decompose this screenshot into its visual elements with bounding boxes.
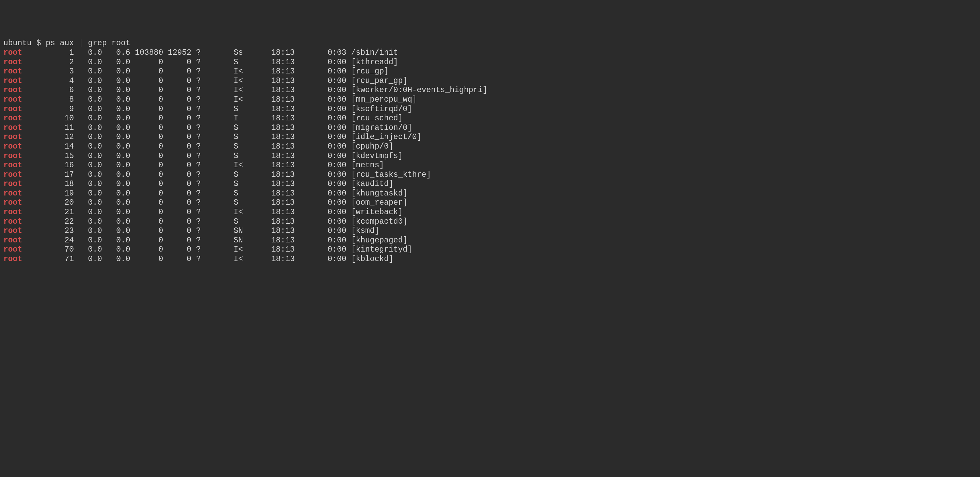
process-details: 16 0.0 0.0 0 0 ? I< 18:13 0:00 [netns] [22,161,384,170]
process-details: 22 0.0 0.0 0 0 ? S 18:13 0:00 [kcompactd… [22,217,407,226]
process-user: root [3,114,22,123]
prompt-line: ubuntu $ ps aux | grep root [3,39,977,48]
prompt-symbol: $ [37,39,41,48]
process-row: root 71 0.0 0.0 0 0 ? I< 18:13 0:00 [kbl… [3,255,977,264]
process-row: root 22 0.0 0.0 0 0 ? S 18:13 0:00 [kcom… [3,217,977,227]
process-user: root [3,227,22,235]
process-user: root [3,245,22,254]
process-row: root 1 0.0 0.6 103880 12952 ? Ss 18:13 0… [3,48,977,58]
process-row: root 14 0.0 0.0 0 0 ? S 18:13 0:00 [cpuh… [3,142,977,152]
process-details: 20 0.0 0.0 0 0 ? S 18:13 0:00 [oom_reape… [22,198,407,207]
process-list: root 1 0.0 0.6 103880 12952 ? Ss 18:13 0… [3,48,977,264]
process-user: root [3,76,22,86]
process-user: root [3,161,22,170]
process-details: 17 0.0 0.0 0 0 ? S 18:13 0:00 [rcu_tasks… [22,170,431,179]
process-details: 18 0.0 0.0 0 0 ? S 18:13 0:00 [kauditd] [22,179,393,189]
process-row: root 17 0.0 0.0 0 0 ? S 18:13 0:00 [rcu_… [3,170,977,180]
process-details: 9 0.0 0.0 0 0 ? S 18:13 0:00 [ksoftirqd/… [22,105,412,114]
process-details: 3 0.0 0.0 0 0 ? I< 18:13 0:00 [rcu_gp] [22,67,389,76]
process-row: root 15 0.0 0.0 0 0 ? S 18:13 0:00 [kdev… [3,152,977,161]
process-user: root [3,142,22,151]
process-row: root 4 0.0 0.0 0 0 ? I< 18:13 0:00 [rcu_… [3,76,977,86]
process-row: root 24 0.0 0.0 0 0 ? SN 18:13 0:00 [khu… [3,236,977,246]
process-details: 19 0.0 0.0 0 0 ? S 18:13 0:00 [khungtask… [22,189,407,198]
process-row: root 21 0.0 0.0 0 0 ? I< 18:13 0:00 [wri… [3,208,977,217]
process-details: 23 0.0 0.0 0 0 ? SN 18:13 0:00 [ksmd] [22,227,379,235]
process-user: root [3,255,22,263]
process-row: root 10 0.0 0.0 0 0 ? I 18:13 0:00 [rcu_… [3,114,977,124]
terminal-output[interactable]: ubuntu $ ps aux | grep rootroot 1 0.0 0.… [3,39,977,264]
process-row: root 2 0.0 0.0 0 0 ? S 18:13 0:00 [kthre… [3,58,977,67]
process-row: root 6 0.0 0.0 0 0 ? I< 18:13 0:00 [kwor… [3,86,977,95]
process-details: 4 0.0 0.0 0 0 ? I< 18:13 0:00 [rcu_par_g… [22,76,407,86]
process-details: 15 0.0 0.0 0 0 ? S 18:13 0:00 [kdevtmpfs… [22,152,402,160]
process-row: root 20 0.0 0.0 0 0 ? S 18:13 0:00 [oom_… [3,198,977,208]
process-details: 6 0.0 0.0 0 0 ? I< 18:13 0:00 [kworker/0… [22,86,487,95]
process-user: root [3,48,22,57]
process-user: root [3,189,22,198]
process-user: root [3,124,22,132]
process-user: root [3,86,22,95]
process-row: root 8 0.0 0.0 0 0 ? I< 18:13 0:00 [mm_p… [3,95,977,105]
process-row: root 70 0.0 0.0 0 0 ? I< 18:13 0:00 [kin… [3,245,977,255]
process-row: root 11 0.0 0.0 0 0 ? S 18:13 0:00 [migr… [3,124,977,133]
process-row: root 3 0.0 0.0 0 0 ? I< 18:13 0:00 [rcu_… [3,67,977,76]
process-details: 1 0.0 0.6 103880 12952 ? Ss 18:13 0:03 /… [22,48,398,57]
process-details: 24 0.0 0.0 0 0 ? SN 18:13 0:00 [khugepag… [22,236,407,245]
process-user: root [3,95,22,104]
process-row: root 23 0.0 0.0 0 0 ? SN 18:13 0:00 [ksm… [3,227,977,236]
process-row: root 18 0.0 0.0 0 0 ? S 18:13 0:00 [kaud… [3,179,977,189]
process-user: root [3,198,22,207]
command-text: ps aux | grep root [46,39,130,48]
process-user: root [3,236,22,245]
prompt-user: ubuntu [3,39,32,48]
process-details: 11 0.0 0.0 0 0 ? S 18:13 0:00 [migration… [22,124,412,132]
process-user: root [3,208,22,217]
process-details: 10 0.0 0.0 0 0 ? I 18:13 0:00 [rcu_sched… [22,114,402,123]
process-details: 2 0.0 0.0 0 0 ? S 18:13 0:00 [kthreadd] [22,58,398,67]
process-row: root 19 0.0 0.0 0 0 ? S 18:13 0:00 [khun… [3,189,977,198]
process-details: 12 0.0 0.0 0 0 ? S 18:13 0:00 [idle_inje… [22,133,422,141]
process-user: root [3,217,22,226]
process-row: root 12 0.0 0.0 0 0 ? S 18:13 0:00 [idle… [3,133,977,142]
process-user: root [3,105,22,114]
process-user: root [3,152,22,160]
process-user: root [3,179,22,189]
process-user: root [3,67,22,76]
process-row: root 9 0.0 0.0 0 0 ? S 18:13 0:00 [ksoft… [3,105,977,114]
process-details: 14 0.0 0.0 0 0 ? S 18:13 0:00 [cpuhp/0] [22,142,393,151]
process-details: 70 0.0 0.0 0 0 ? I< 18:13 0:00 [kintegri… [22,245,412,254]
process-user: root [3,133,22,141]
process-details: 21 0.0 0.0 0 0 ? I< 18:13 0:00 [writebac… [22,208,402,217]
process-user: root [3,170,22,179]
process-row: root 16 0.0 0.0 0 0 ? I< 18:13 0:00 [net… [3,161,977,170]
process-details: 8 0.0 0.0 0 0 ? I< 18:13 0:00 [mm_percpu… [22,95,417,104]
process-details: 71 0.0 0.0 0 0 ? I< 18:13 0:00 [kblockd] [22,255,393,263]
process-user: root [3,58,22,67]
